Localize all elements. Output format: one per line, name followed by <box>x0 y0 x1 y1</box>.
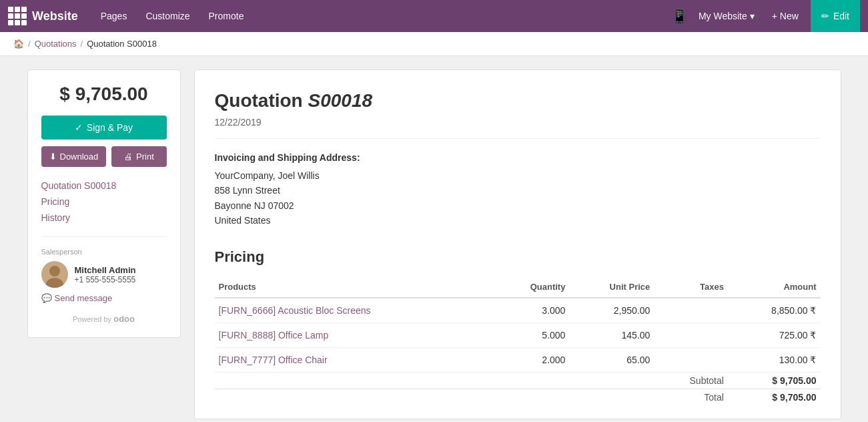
pencil-icon: ✏ <box>821 11 829 21</box>
chevron-down-icon: ▾ <box>750 11 755 21</box>
product-name-3: [FURN_7777] Office Chair <box>215 347 494 372</box>
nav-customize[interactable]: Customize <box>139 8 196 24</box>
action-buttons-row: ⬇ Download 🖨 Print <box>41 146 167 167</box>
svg-point-1 <box>49 266 60 276</box>
brand-name[interactable]: Website <box>32 9 78 23</box>
quantity-1: 3.000 <box>494 298 569 323</box>
table-row: [FURN_7777] Office Chair 2.000 65.00 130… <box>215 347 821 372</box>
address-text: YourCompany, Joel Willis 858 Lynn Street… <box>215 168 821 228</box>
product-name-2: [FURN_8888] Office Lamp <box>215 323 494 347</box>
mobile-preview-icon[interactable]: 📱 <box>671 8 688 24</box>
sidebar-card: $ 9,705.00 ✓ Sign & Pay ⬇ Download 🖨 Pri… <box>27 69 181 338</box>
odoo-brand: odoo <box>113 314 135 324</box>
salesperson-section: Salesperson Mitchell Admin +1 555-555-55… <box>41 236 167 303</box>
amount-1: 8,850.00 ₹ <box>728 298 821 323</box>
salesperson-info: Mitchell Admin +1 555-555-5555 <box>41 261 167 288</box>
quotations-breadcrumb-link[interactable]: Quotations <box>35 39 77 49</box>
subtotal-value: $ 9,705.00 <box>728 372 821 389</box>
breadcrumb-sep-2: / <box>81 39 83 49</box>
unit-price-1: 2,950.00 <box>569 298 654 323</box>
total-row: Total $ 9,705.00 <box>215 389 821 405</box>
pricing-title: Pricing <box>215 248 821 266</box>
breadcrumb: 🏠 / Quotations / Quotation S00018 <box>0 32 868 56</box>
salesperson-label: Salesperson <box>41 248 167 256</box>
total-value: $ 9,705.00 <box>728 389 821 405</box>
amount-3: 130.00 ₹ <box>728 347 821 372</box>
amount-2: 725.00 ₹ <box>728 323 821 347</box>
table-row: [FURN_8888] Office Lamp 5.000 145.00 725… <box>215 323 821 347</box>
download-icon: ⬇ <box>49 152 57 162</box>
col-header-quantity: Quantity <box>494 276 569 298</box>
salesperson-phone: +1 555-555-5555 <box>75 275 136 284</box>
print-icon: 🖨 <box>124 152 133 162</box>
quotation-title: Quotation S00018 <box>215 90 821 112</box>
total-amount: $ 9,705.00 <box>41 83 167 105</box>
apps-grid-icon[interactable] <box>8 7 27 25</box>
taxes-1 <box>654 298 728 323</box>
total-label: Total <box>654 389 728 405</box>
salesperson-name: Mitchell Admin <box>75 265 136 275</box>
powered-by: Powered by odoo <box>41 314 167 324</box>
salesperson-details: Mitchell Admin +1 555-555-5555 <box>75 265 136 284</box>
col-header-products: Products <box>215 276 494 298</box>
sidebar-links: Quotation S00018 Pricing History <box>41 180 167 223</box>
download-button[interactable]: ⬇ Download <box>41 146 107 167</box>
table-row: [FURN_6666] Acoustic Bloc Screens 3.000 … <box>215 298 821 323</box>
content-panel: Quotation S00018 12/22/2019 Invoicing an… <box>194 69 841 419</box>
quantity-2: 5.000 <box>494 323 569 347</box>
taxes-2 <box>654 323 728 347</box>
col-header-amount: Amount <box>728 276 821 298</box>
quantity-3: 2.000 <box>494 347 569 372</box>
sidebar-link-history[interactable]: History <box>41 212 167 223</box>
new-button[interactable]: + New <box>765 7 805 25</box>
address-section: Invoicing and Shipping Address: YourComp… <box>215 152 821 228</box>
avatar <box>41 261 68 288</box>
top-navigation: Website Pages Customize Promote 📱 My Web… <box>0 0 868 32</box>
product-name-1: [FURN_6666] Acoustic Bloc Screens <box>215 298 494 323</box>
sign-and-pay-button[interactable]: ✓ Sign & Pay <box>41 116 167 140</box>
nav-pages[interactable]: Pages <box>94 8 134 24</box>
my-website-dropdown[interactable]: My Website ▾ <box>699 11 755 21</box>
send-message-link[interactable]: 💬 Send message <box>41 293 167 303</box>
unit-price-2: 145.00 <box>569 323 654 347</box>
print-button[interactable]: 🖨 Print <box>111 146 166 167</box>
address-label: Invoicing and Shipping Address: <box>215 152 821 163</box>
message-icon: 💬 <box>41 293 52 303</box>
home-breadcrumb-link[interactable]: 🏠 <box>13 39 24 49</box>
quotation-date: 12/22/2019 <box>215 117 821 139</box>
main-layout: $ 9,705.00 ✓ Sign & Pay ⬇ Download 🖨 Pri… <box>14 56 855 422</box>
nav-promote[interactable]: Promote <box>202 8 251 24</box>
subtotal-row: Subtotal $ 9,705.00 <box>215 372 821 389</box>
taxes-3 <box>654 347 728 372</box>
current-page-breadcrumb: Quotation S00018 <box>87 39 157 49</box>
unit-price-3: 65.00 <box>569 347 654 372</box>
pricing-table: Products Quantity Unit Price Taxes Amoun… <box>215 276 821 405</box>
col-header-unit-price: Unit Price <box>569 276 654 298</box>
sidebar: $ 9,705.00 ✓ Sign & Pay ⬇ Download 🖨 Pri… <box>27 69 181 419</box>
checkmark-icon: ✓ <box>75 122 83 133</box>
sidebar-link-quotation[interactable]: Quotation S00018 <box>41 180 167 191</box>
col-header-taxes: Taxes <box>654 276 728 298</box>
breadcrumb-sep-1: / <box>28 39 31 49</box>
subtotal-label: Subtotal <box>654 372 728 389</box>
edit-button[interactable]: ✏ Edit <box>811 0 860 32</box>
sidebar-link-pricing[interactable]: Pricing <box>41 196 167 207</box>
